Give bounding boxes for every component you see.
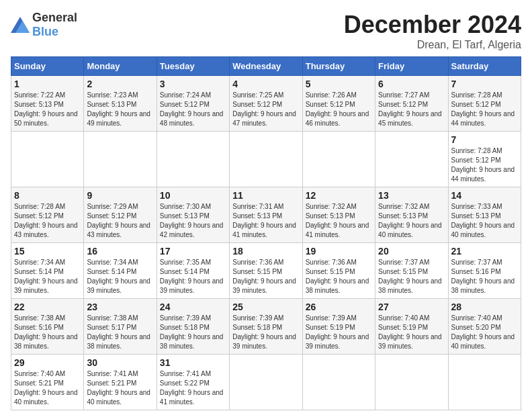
empty-cell: [11, 132, 84, 187]
header-saturday: Saturday: [448, 57, 521, 76]
empty-cell: [84, 132, 157, 187]
week-row-1: 1 Sunrise: 7:22 AMSunset: 5:13 PMDayligh…: [11, 76, 521, 132]
day-cell-30: 30 Sunrise: 7:41 AMSunset: 5:21 PMDaylig…: [84, 355, 157, 410]
day-info-19: Sunrise: 7:36 AMSunset: 5:15 PMDaylight:…: [306, 259, 369, 294]
day-number-30: 30: [87, 357, 153, 368]
day-info-25: Sunrise: 7:39 AMSunset: 5:18 PMDaylight:…: [232, 314, 296, 350]
day-info-12: Sunrise: 7:32 AMSunset: 5:13 PMDaylight:…: [306, 203, 369, 238]
day-cell-19: 19 Sunrise: 7:36 AMSunset: 5:15 PMDaylig…: [302, 243, 375, 299]
day-cell-11: 11 Sunrise: 7:31 AMSunset: 5:13 PMDaylig…: [230, 187, 302, 243]
day-info-23: Sunrise: 7:38 AMSunset: 5:17 PMDaylight:…: [87, 314, 150, 350]
day-number-19: 19: [306, 246, 372, 257]
month-title: December 2024: [344, 11, 521, 39]
day-number-18: 18: [232, 246, 299, 257]
day-number-29: 29: [14, 357, 81, 368]
day-cell-14: 14 Sunrise: 7:33 AMSunset: 5:13 PMDaylig…: [448, 187, 521, 243]
day-cell-26: 26 Sunrise: 7:39 AMSunset: 5:19 PMDaylig…: [302, 299, 375, 355]
day-number-27: 27: [378, 302, 445, 312]
day-cell-20: 20 Sunrise: 7:37 AMSunset: 5:15 PMDaylig…: [375, 243, 448, 299]
empty-cell: [302, 132, 375, 187]
day-number-3: 3: [160, 79, 226, 89]
day-info-31: Sunrise: 7:41 AMSunset: 5:22 PMDaylight:…: [160, 370, 224, 406]
day-cell-21: 21 Sunrise: 7:37 AMSunset: 5:16 PMDaylig…: [448, 243, 521, 299]
empty-cell: [375, 355, 448, 410]
day-cell-15: 15 Sunrise: 7:34 AMSunset: 5:14 PMDaylig…: [11, 243, 84, 299]
day-info-9: Sunrise: 7:29 AMSunset: 5:12 PMDaylight:…: [87, 203, 150, 238]
empty-cell: [157, 132, 229, 187]
day-cell-28: 28 Sunrise: 7:40 AMSunset: 5:20 PMDaylig…: [448, 299, 521, 355]
day-number-4: 4: [232, 79, 299, 89]
day-number-9: 9: [87, 190, 153, 201]
day-number-25: 25: [232, 302, 299, 312]
day-info-2: Sunrise: 7:23 AMSunset: 5:13 PMDaylight:…: [87, 91, 150, 127]
day-number-31: 31: [160, 357, 226, 368]
title-area: December 2024 Drean, El Tarf, Algeria: [344, 11, 521, 51]
day-info-29: Sunrise: 7:40 AMSunset: 5:21 PMDaylight:…: [14, 370, 78, 406]
day-number-21: 21: [451, 246, 518, 257]
logo: General Blue: [11, 11, 77, 39]
logo-text-blue: Blue: [32, 25, 58, 38]
day-info-4: Sunrise: 7:25 AMSunset: 5:12 PMDaylight:…: [232, 91, 296, 127]
day-cell-4: 4 Sunrise: 7:25 AMSunset: 5:12 PMDayligh…: [230, 76, 302, 132]
day-info-14: Sunrise: 7:33 AMSunset: 5:13 PMDaylight:…: [451, 203, 515, 238]
week-row-5: 22 Sunrise: 7:38 AMSunset: 5:16 PMDaylig…: [11, 299, 521, 355]
day-number-6: 6: [378, 79, 445, 89]
day-info-24: Sunrise: 7:39 AMSunset: 5:18 PMDaylight:…: [160, 314, 224, 350]
day-info-22: Sunrise: 7:38 AMSunset: 5:16 PMDaylight:…: [14, 314, 78, 350]
day-cell-8: 8 Sunrise: 7:28 AMSunset: 5:12 PMDayligh…: [11, 187, 84, 243]
day-cell-13: 13 Sunrise: 7:32 AMSunset: 5:13 PMDaylig…: [375, 187, 448, 243]
day-number-7: 7: [451, 134, 518, 145]
week-row-6: 29 Sunrise: 7:40 AMSunset: 5:21 PMDaylig…: [11, 355, 521, 410]
calendar-table: Sunday Monday Tuesday Wednesday Thursday…: [11, 56, 521, 410]
day-cell-24: 24 Sunrise: 7:39 AMSunset: 5:18 PMDaylig…: [157, 299, 229, 355]
header-thursday: Thursday: [302, 57, 375, 76]
day-cell-10: 10 Sunrise: 7:30 AMSunset: 5:13 PMDaylig…: [157, 187, 229, 243]
day-cell-25: 25 Sunrise: 7:39 AMSunset: 5:18 PMDaylig…: [230, 299, 302, 355]
empty-cell: [448, 355, 521, 410]
header-friday: Friday: [375, 57, 448, 76]
day-cell-18: 18 Sunrise: 7:36 AMSunset: 5:15 PMDaylig…: [230, 243, 302, 299]
day-info-11: Sunrise: 7:31 AMSunset: 5:13 PMDaylight:…: [232, 203, 296, 238]
day-number-22: 22: [14, 302, 81, 312]
day-number-2: 2: [87, 79, 153, 89]
day-cell-29: 29 Sunrise: 7:40 AMSunset: 5:21 PMDaylig…: [11, 355, 84, 410]
day-info-13: Sunrise: 7:32 AMSunset: 5:13 PMDaylight:…: [378, 203, 442, 238]
day-number-8: 8: [14, 190, 81, 201]
day-number-7: 7: [451, 79, 518, 89]
logo-text-general: General: [32, 11, 77, 24]
day-number-24: 24: [160, 302, 226, 312]
day-cell-22: 22 Sunrise: 7:38 AMSunset: 5:16 PMDaylig…: [11, 299, 84, 355]
day-cell-3: 3 Sunrise: 7:24 AMSunset: 5:12 PMDayligh…: [157, 76, 229, 132]
day-number-11: 11: [232, 190, 299, 201]
week-row-3: 8 Sunrise: 7:28 AMSunset: 5:12 PMDayligh…: [11, 187, 521, 243]
day-number-14: 14: [451, 190, 518, 201]
day-info-18: Sunrise: 7:36 AMSunset: 5:15 PMDaylight:…: [232, 259, 296, 294]
day-cell-2: 2 Sunrise: 7:23 AMSunset: 5:13 PMDayligh…: [84, 76, 157, 132]
weekday-header-row: Sunday Monday Tuesday Wednesday Thursday…: [11, 57, 521, 76]
week-row-2: 7 Sunrise: 7:28 AMSunset: 5:12 PMDayligh…: [11, 132, 521, 187]
week-row-4: 15 Sunrise: 7:34 AMSunset: 5:14 PMDaylig…: [11, 243, 521, 299]
day-number-17: 17: [160, 246, 226, 257]
day-number-16: 16: [87, 246, 153, 257]
day-info-6: Sunrise: 7:27 AMSunset: 5:12 PMDaylight:…: [378, 91, 442, 127]
day-cell-27: 27 Sunrise: 7:40 AMSunset: 5:19 PMDaylig…: [375, 299, 448, 355]
header-sunday: Sunday: [11, 57, 84, 76]
day-number-26: 26: [306, 302, 372, 312]
day-number-13: 13: [378, 190, 445, 201]
day-number-5: 5: [306, 79, 372, 89]
logo-icon: [11, 17, 30, 33]
day-info-15: Sunrise: 7:34 AMSunset: 5:14 PMDaylight:…: [14, 259, 78, 294]
day-info-5: Sunrise: 7:26 AMSunset: 5:12 PMDaylight:…: [306, 91, 369, 127]
day-cell-5: 5 Sunrise: 7:26 AMSunset: 5:12 PMDayligh…: [302, 76, 375, 132]
day-info-28: Sunrise: 7:40 AMSunset: 5:20 PMDaylight:…: [451, 314, 515, 350]
day-cell-1: 1 Sunrise: 7:22 AMSunset: 5:13 PMDayligh…: [11, 76, 84, 132]
day-cell-16: 16 Sunrise: 7:34 AMSunset: 5:14 PMDaylig…: [84, 243, 157, 299]
day-number-23: 23: [87, 302, 153, 312]
empty-cell: [302, 355, 375, 410]
day-cell-9: 9 Sunrise: 7:29 AMSunset: 5:12 PMDayligh…: [84, 187, 157, 243]
day-info-30: Sunrise: 7:41 AMSunset: 5:21 PMDaylight:…: [87, 370, 150, 406]
day-info-27: Sunrise: 7:40 AMSunset: 5:19 PMDaylight:…: [378, 314, 442, 350]
day-info-16: Sunrise: 7:34 AMSunset: 5:14 PMDaylight:…: [87, 259, 150, 294]
header-monday: Monday: [84, 57, 157, 76]
day-number-12: 12: [306, 190, 372, 201]
